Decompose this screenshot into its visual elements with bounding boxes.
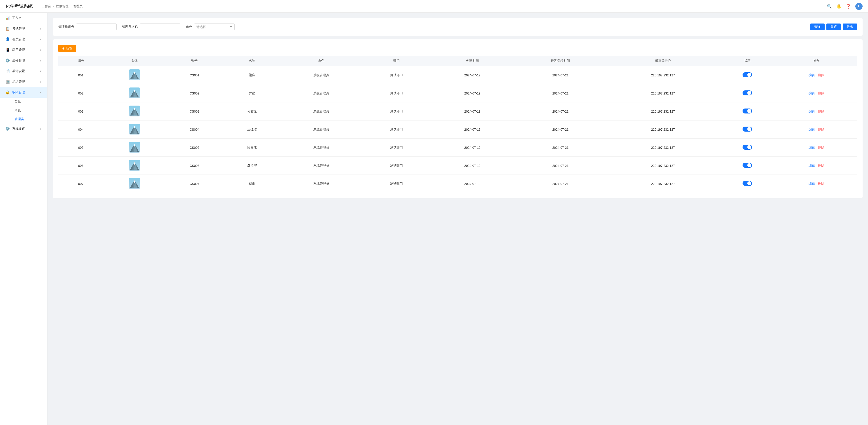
status-toggle[interactable] <box>743 90 752 95</box>
toggle-track[interactable] <box>743 90 752 95</box>
cell-status[interactable] <box>719 157 776 175</box>
query-button[interactable]: 查询 <box>810 24 825 30</box>
sidebar-item-member[interactable]: 👤 会员管理 ∨ <box>0 34 47 44</box>
toggle-thumb <box>747 109 751 113</box>
edit-button[interactable]: 编辑 <box>809 182 815 185</box>
delete-button[interactable]: 删除 <box>818 91 825 95</box>
col-avatar: 头像 <box>103 56 166 66</box>
role-select[interactable]: 请选择 <box>194 24 235 30</box>
sidebar-item-channel-label: 渠道设置 <box>12 69 25 73</box>
sidebar-item-workbench[interactable]: 📊 工作台 <box>0 13 47 23</box>
col-last-ip: 最近登录IP <box>607 56 719 66</box>
cell-name: 邹泊宇 <box>223 157 281 175</box>
sidebar-item-org[interactable]: 🏢 组织管理 ∨ <box>0 77 47 87</box>
toggle-track[interactable] <box>743 127 752 131</box>
cell-status[interactable] <box>719 121 776 139</box>
cell-role: 系统管理员 <box>281 102 362 121</box>
cell-created: 2024-07-19 <box>431 84 514 102</box>
table-row: 004 CS004 王佳洁 系统管理员 测试部门 2024-07-19 2024… <box>58 121 857 139</box>
app-logo: 化学考试系统 <box>5 3 33 9</box>
sidebar-item-decoration-label: 装修管理 <box>12 59 25 63</box>
help-icon[interactable]: ❓ <box>846 4 851 9</box>
toggle-track[interactable] <box>743 181 752 186</box>
cell-status[interactable] <box>719 66 776 84</box>
cell-action: 编辑 删除 <box>776 121 857 139</box>
status-toggle[interactable] <box>743 72 752 77</box>
sidebar-item-channel[interactable]: 📄 渠道设置 ∨ <box>0 66 47 77</box>
delete-button[interactable]: 删除 <box>818 182 825 185</box>
sidebar-item-permission[interactable]: 🔒 权限管理 ∧ <box>0 87 47 98</box>
edit-button[interactable]: 编辑 <box>809 146 815 149</box>
col-created: 创建时间 <box>431 56 514 66</box>
search-icon[interactable]: 🔍 <box>827 4 832 9</box>
sidebar-sub-role[interactable]: 角色 <box>11 106 47 115</box>
cell-role: 系统管理员 <box>281 121 362 139</box>
status-toggle[interactable] <box>743 145 752 150</box>
cell-status[interactable] <box>719 102 776 121</box>
breadcrumb-permission[interactable]: 权限管理 <box>56 4 68 8</box>
cell-dept: 测试部门 <box>362 66 431 84</box>
reset-button[interactable]: 重置 <box>827 24 841 30</box>
cell-account: CS004 <box>166 121 223 139</box>
toggle-track[interactable] <box>743 163 752 168</box>
breadcrumb-admin: 管理员 <box>73 4 83 8</box>
export-button[interactable]: 导出 <box>843 24 857 30</box>
sidebar-item-app[interactable]: 📱 应用管理 ∨ <box>0 44 47 55</box>
cell-role: 系统管理员 <box>281 66 362 84</box>
cell-dept: 测试部门 <box>362 157 431 175</box>
sidebar-sub-admin[interactable]: 管理员 <box>11 115 47 123</box>
cell-avatar <box>103 175 166 193</box>
table-toolbar: ⊕ 新增 <box>58 45 857 52</box>
sidebar-item-system[interactable]: ⚙️ 系统设置 ∨ <box>0 123 47 134</box>
edit-button[interactable]: 编辑 <box>809 110 815 113</box>
status-toggle[interactable] <box>743 109 752 114</box>
cell-status[interactable] <box>719 175 776 193</box>
cell-name: 梁麻 <box>223 66 281 84</box>
edit-button[interactable]: 编辑 <box>809 73 815 77</box>
edit-button[interactable]: 编辑 <box>809 91 815 95</box>
bell-icon[interactable]: 🔔 <box>836 4 841 9</box>
toggle-track[interactable] <box>743 72 752 77</box>
avatar[interactable]: Ai <box>855 3 863 10</box>
sidebar-sub-menu[interactable]: 菜单 <box>11 98 47 106</box>
table-row: 002 CS002 尹星 系统管理员 测试部门 2024-07-19 2024-… <box>58 84 857 102</box>
cell-last-ip: 220.197.232.127 <box>607 121 719 139</box>
toggle-track[interactable] <box>743 109 752 114</box>
cell-role: 系统管理员 <box>281 84 362 102</box>
toggle-thumb <box>747 145 751 149</box>
cell-status[interactable] <box>719 139 776 157</box>
delete-button[interactable]: 删除 <box>818 110 825 113</box>
edit-button[interactable]: 编辑 <box>809 164 815 167</box>
cell-name: 尹星 <box>223 84 281 102</box>
col-dept: 部门 <box>362 56 431 66</box>
cell-name: 王佳洁 <box>223 121 281 139</box>
status-toggle[interactable] <box>743 163 752 168</box>
sidebar: 📊 工作台 📋 考试管理 ∨ 👤 会员管理 ∨ 📱 应用管理 ∨ ⚙️ 装修管理… <box>0 13 48 425</box>
cell-account: CS001 <box>166 66 223 84</box>
cell-status[interactable] <box>719 84 776 102</box>
sidebar-item-org-label: 组织管理 <box>12 80 25 84</box>
edit-button[interactable]: 编辑 <box>809 127 815 131</box>
col-status: 状态 <box>719 56 776 66</box>
name-input[interactable] <box>140 24 180 30</box>
avatar-img <box>129 124 140 134</box>
cell-role: 系统管理员 <box>281 139 362 157</box>
sidebar-item-decoration[interactable]: ⚙️ 装修管理 ∨ <box>0 55 47 66</box>
status-toggle[interactable] <box>743 181 752 186</box>
cell-created: 2024-07-19 <box>431 66 514 84</box>
col-action: 操作 <box>776 56 857 66</box>
breadcrumb-workbench[interactable]: 工作台 <box>41 4 51 8</box>
status-toggle[interactable] <box>743 127 752 131</box>
delete-button[interactable]: 删除 <box>818 127 825 131</box>
delete-button[interactable]: 删除 <box>818 164 825 167</box>
header-right: 🔍 🔔 ❓ Ai <box>827 3 863 10</box>
sidebar-item-member-label: 会员管理 <box>12 37 25 41</box>
add-button[interactable]: ⊕ 新增 <box>58 45 76 52</box>
delete-button[interactable]: 删除 <box>818 146 825 149</box>
account-input[interactable] <box>76 24 117 30</box>
sidebar-item-exam[interactable]: 📋 考试管理 ∨ <box>0 23 47 34</box>
cell-id: 002 <box>58 84 103 102</box>
delete-button[interactable]: 删除 <box>818 73 825 77</box>
toggle-track[interactable] <box>743 145 752 150</box>
table-row: 007 CS007 胡雨 系统管理员 测试部门 2024-07-19 2024-… <box>58 175 857 193</box>
